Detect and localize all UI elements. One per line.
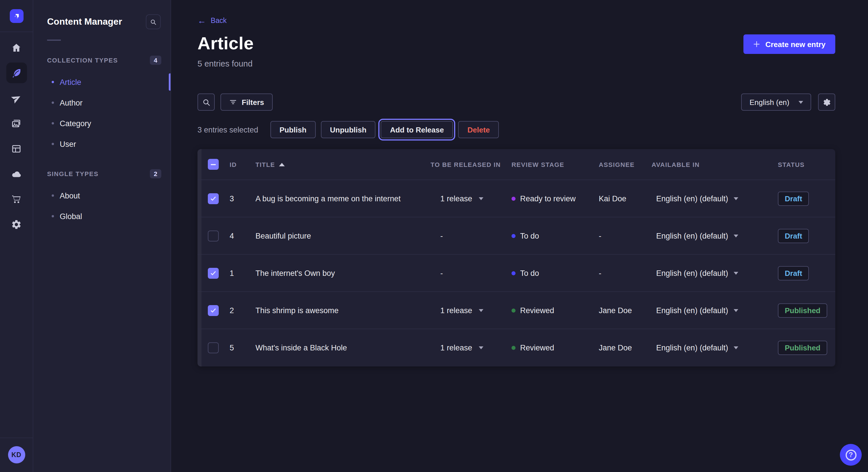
cell-assignee: Kai Doe: [599, 194, 652, 203]
sidebar-sections: COLLECTION TYPES4ArticleAuthorCategoryUs…: [33, 56, 170, 227]
stage-dot-icon: [512, 234, 516, 238]
bullet-icon: [52, 143, 54, 145]
select-all-checkbox[interactable]: [208, 159, 219, 170]
cell-title: Beautiful picture: [255, 231, 431, 240]
home-icon: [11, 42, 22, 53]
cell-available-in[interactable]: English (en) (default): [652, 194, 778, 203]
publish-button[interactable]: Publish: [270, 121, 316, 138]
sidebar-item-global[interactable]: Global: [33, 206, 170, 227]
cell-id: 3: [229, 194, 255, 203]
rail-item-marketplace[interactable]: [6, 189, 27, 209]
sidebar-item-user[interactable]: User: [33, 134, 170, 154]
row-checkbox[interactable]: [208, 305, 219, 316]
strapi-logo[interactable]: [9, 9, 23, 23]
column-header-assignee[interactable]: ASSIGNEE: [599, 161, 652, 168]
bullet-icon: [52, 215, 54, 217]
table-row[interactable]: 1The internet's Own boy-To do-English (e…: [197, 255, 835, 292]
cell-available-in[interactable]: English (en) (default): [652, 306, 778, 314]
rail-item-content-type-builder[interactable]: [6, 138, 27, 159]
page-title: Article: [197, 34, 254, 53]
table-row[interactable]: 3A bug is becoming a meme on the interne…: [197, 180, 835, 217]
title-row: Article Create new entry: [197, 34, 835, 54]
row-checkbox[interactable]: [208, 230, 219, 241]
delete-button[interactable]: Delete: [458, 121, 499, 138]
column-header-status[interactable]: STATUS: [778, 161, 835, 168]
column-header-label: STATUS: [778, 161, 805, 168]
cell-status: Published: [778, 341, 835, 355]
column-header-available-in[interactable]: AVAILABLE IN: [652, 161, 778, 168]
cell-status: Draft: [778, 266, 835, 280]
column-header-to-be-released-in[interactable]: TO BE RELEASED IN: [431, 161, 512, 168]
rail-item-media-library[interactable]: [6, 113, 27, 134]
locale-select[interactable]: English (en): [741, 94, 811, 111]
column-header-label: TO BE RELEASED IN: [431, 161, 501, 168]
locale-label: English (en) (default): [656, 306, 728, 314]
row-checkbox[interactable]: [208, 268, 219, 278]
cell-assignee: -: [599, 269, 652, 277]
filters-button[interactable]: Filters: [220, 94, 273, 111]
table-row[interactable]: 2This shrimp is awesome1 releaseReviewed…: [197, 292, 835, 329]
search-button[interactable]: [197, 94, 215, 111]
chevron-down-icon: [734, 234, 739, 237]
sidebar-search-button[interactable]: [146, 14, 161, 29]
rail-item-deploy[interactable]: [6, 164, 27, 184]
cell-assignee: Jane Doe: [599, 343, 652, 352]
cell-to-be-released-in[interactable]: 1 release: [431, 343, 512, 352]
back-link[interactable]: ← Back: [197, 16, 227, 25]
view-settings-button[interactable]: [818, 94, 835, 111]
cell-id: 4: [229, 231, 255, 240]
cell-available-in[interactable]: English (en) (default): [652, 269, 778, 277]
sidebar-item-label: User: [60, 140, 76, 148]
rail-item-content-manager[interactable]: [6, 63, 27, 83]
create-new-entry-label: Create new entry: [765, 40, 826, 48]
sidebar-item-about[interactable]: About: [33, 185, 170, 206]
add-to-release-button[interactable]: Add to Release: [381, 121, 453, 138]
locale-label: English (en) (default): [656, 269, 728, 277]
icon-rail: KD: [0, 0, 33, 472]
row-checkbox[interactable]: [208, 193, 219, 204]
sidebar-item-author[interactable]: Author: [33, 92, 170, 113]
locale-label: English (en) (default): [656, 231, 728, 240]
cell-available-in[interactable]: English (en) (default): [652, 343, 778, 352]
release-count-label: 1 release: [440, 194, 472, 203]
check-icon: [210, 195, 217, 202]
column-header-review-stage[interactable]: REVIEW STAGE: [512, 161, 599, 168]
table-header-row: IDTITLETO BE RELEASED INREVIEW STAGEASSI…: [197, 149, 835, 180]
sidebar-item-label: Category: [60, 119, 91, 128]
rail-item-releases[interactable]: [6, 88, 27, 108]
unpublish-button[interactable]: Unpublish: [321, 121, 376, 138]
rail-bottom: KD: [0, 438, 33, 472]
sidebar-item-category[interactable]: Category: [33, 113, 170, 134]
help-button[interactable]: ?: [840, 444, 862, 466]
column-header-label: AVAILABLE IN: [652, 161, 700, 168]
deploy-icon: [11, 168, 22, 179]
list-toolbar: Filters English (en): [197, 94, 835, 111]
column-header-title[interactable]: TITLE: [255, 161, 431, 168]
rail-item-home[interactable]: [6, 37, 27, 58]
filter-icon: [229, 98, 237, 106]
rail-item-settings[interactable]: [6, 214, 27, 235]
cell-to-be-released-in[interactable]: 1 release: [431, 194, 512, 203]
stage-dot-icon: [512, 271, 516, 275]
cell-to-be-released-in[interactable]: 1 release: [431, 306, 512, 314]
review-stage-label: Ready to review: [520, 194, 576, 203]
status-badge: Draft: [778, 229, 809, 243]
search-icon: [202, 98, 210, 106]
sidebar-item-article[interactable]: Article: [33, 72, 170, 92]
chevron-down-icon: [734, 309, 739, 312]
column-header-label: ASSIGNEE: [599, 161, 634, 168]
settings-icon: [11, 219, 22, 230]
cell-status: Published: [778, 303, 835, 317]
table-row[interactable]: 4Beautiful picture-To do-English (en) (d…: [197, 217, 835, 255]
table-row[interactable]: 5What's inside a Black Hole1 releaseRevi…: [197, 329, 835, 367]
back-label: Back: [211, 16, 227, 25]
bullet-icon: [52, 122, 54, 125]
avatar[interactable]: KD: [8, 446, 25, 463]
content-manager-icon: [11, 67, 22, 78]
column-header-id[interactable]: ID: [229, 161, 255, 168]
sidebar-section: COLLECTION TYPES4ArticleAuthorCategoryUs…: [33, 56, 170, 154]
chevron-down-icon: [799, 101, 803, 103]
row-checkbox[interactable]: [208, 342, 219, 353]
cell-available-in[interactable]: English (en) (default): [652, 231, 778, 240]
create-new-entry-button[interactable]: Create new entry: [743, 34, 835, 54]
